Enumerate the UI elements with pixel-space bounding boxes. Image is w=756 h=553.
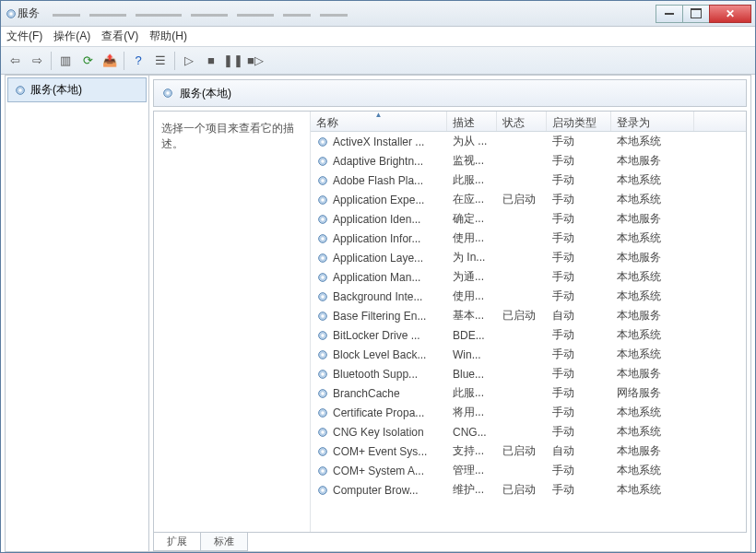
service-row[interactable]: Adaptive Brightn...监视...手动本地服务 — [311, 151, 746, 171]
titlebar[interactable]: 服务 ▬▬▬▬▬▬▬▬▬▬▬▬▬▬▬▬▬▬▬▬▬▬▬▬▬▬ — [1, 1, 755, 27]
service-row[interactable]: Computer Brow...维护...已启动手动本地系统 — [311, 480, 746, 500]
service-startup: 自动 — [547, 443, 611, 459]
stop-button[interactable]: ■ — [201, 51, 221, 71]
menu-help[interactable]: 帮助(H) — [149, 29, 187, 44]
service-row[interactable]: BitLocker Drive ...BDE...手动本地系统 — [311, 325, 746, 345]
service-row[interactable]: Block Level Back...Win...手动本地系统 — [311, 345, 746, 364]
gear-icon — [316, 329, 329, 342]
gear-icon — [316, 232, 329, 245]
service-row[interactable]: Application Man...为通...手动本地系统 — [311, 267, 746, 287]
service-row[interactable]: BranchCache此服...手动网络服务 — [311, 383, 746, 403]
pane-title: 服务(本地) — [180, 86, 231, 101]
svg-point-27 — [321, 334, 325, 337]
service-startup: 手动 — [547, 269, 611, 285]
properties-button[interactable]: ☰ — [150, 51, 171, 71]
refresh-button[interactable]: ⟳ — [77, 51, 98, 71]
service-row[interactable]: Background Inte...使用...手动本地系统 — [311, 287, 746, 306]
service-desc: Blue... — [447, 368, 497, 381]
tree-root-item[interactable]: 服务(本地) — [7, 77, 147, 102]
col-status[interactable]: 状态 — [497, 112, 547, 131]
service-startup: 手动 — [547, 288, 611, 304]
svg-point-39 — [321, 450, 325, 453]
service-logon: 本地系统 — [611, 482, 694, 498]
toolbar: ⇦ ⇨ ▥ ⟳ 📤 ? ☰ ▷ ■ ❚❚ ■▷ — [1, 47, 755, 75]
maximize-button[interactable] — [682, 5, 710, 23]
tab-standard[interactable]: 标准 — [200, 533, 248, 551]
service-desc: 支持... — [447, 443, 497, 459]
service-logon: 本地服务 — [611, 153, 694, 169]
gear-icon — [316, 290, 329, 303]
svg-point-37 — [321, 430, 325, 434]
gear-icon — [316, 484, 329, 497]
service-row[interactable]: Base Filtering En...基本...已启动自动本地服务 — [311, 306, 746, 325]
service-row[interactable]: CNG Key IsolationCNG...手动本地系统 — [311, 422, 746, 441]
gear-icon — [316, 445, 329, 458]
service-startup: 手动 — [547, 366, 611, 382]
right-pane: 服务(本地) 选择一个项目来查看它的描述。 名称 描述 状态 启动类型 登录为 … — [149, 76, 750, 551]
service-desc: 为通... — [447, 269, 497, 285]
service-row[interactable]: Bluetooth Supp...Blue...手动本地服务 — [311, 364, 746, 383]
service-row[interactable]: Adobe Flash Pla...此服...手动本地系统 — [311, 171, 746, 190]
back-button[interactable]: ⇦ — [5, 51, 25, 71]
service-row[interactable]: COM+ Event Sys...支持...已启动自动本地服务 — [311, 441, 746, 461]
svg-point-13 — [321, 198, 325, 202]
service-row[interactable]: Application Laye...为 In...手动本地服务 — [311, 248, 746, 267]
svg-point-5 — [166, 91, 170, 95]
gear-icon — [316, 406, 329, 419]
service-name: Adaptive Brightn... — [333, 155, 423, 168]
help-button[interactable]: ? — [128, 51, 148, 71]
gear-icon — [316, 387, 329, 400]
svg-point-7 — [321, 140, 325, 144]
rows-container[interactable]: ActiveX Installer ...为从 ...手动本地系统Adaptiv… — [311, 132, 746, 532]
close-button[interactable] — [709, 5, 751, 23]
restart-button[interactable]: ■▷ — [245, 51, 266, 71]
service-startup: 手动 — [547, 250, 611, 265]
minimize-button[interactable] — [656, 5, 683, 23]
service-desc: 在应... — [447, 192, 497, 207]
col-desc[interactable]: 描述 — [447, 112, 497, 131]
service-logon: 本地系统 — [611, 405, 694, 420]
service-logon: 本地服务 — [611, 211, 694, 227]
description-pane: 选择一个项目来查看它的描述。 — [154, 112, 311, 532]
svg-point-43 — [321, 488, 325, 492]
service-row[interactable]: Application Expe...在应...已启动手动本地系统 — [311, 190, 746, 209]
menu-action[interactable]: 操作(A) — [53, 29, 90, 44]
service-desc: 使用... — [447, 288, 497, 304]
service-desc: 使用... — [447, 230, 497, 246]
description-text: 选择一个项目来查看它的描述。 — [161, 121, 302, 152]
col-startup[interactable]: 启动类型 — [547, 112, 611, 131]
service-name: CNG Key Isolation — [333, 426, 424, 439]
col-name[interactable]: 名称 — [311, 112, 447, 131]
service-logon: 本地系统 — [611, 269, 694, 285]
tab-extended[interactable]: 扩展 — [153, 533, 201, 551]
service-logon: 本地系统 — [611, 424, 694, 440]
service-name: Application Laye... — [333, 252, 423, 265]
gear-icon — [316, 426, 329, 439]
service-logon: 本地系统 — [611, 463, 694, 478]
service-row[interactable]: Certificate Propa...将用...手动本地系统 — [311, 403, 746, 422]
pause-button[interactable]: ❚❚ — [223, 51, 243, 71]
service-row[interactable]: COM+ System A...管理...手动本地系统 — [311, 461, 746, 480]
service-row[interactable]: Application Iden...确定...手动本地服务 — [311, 209, 746, 229]
svg-point-15 — [321, 218, 325, 221]
service-startup: 手动 — [547, 347, 611, 362]
service-name: COM+ System A... — [333, 465, 424, 477]
service-logon: 本地服务 — [611, 366, 694, 382]
export-button[interactable]: 📤 — [100, 51, 120, 71]
service-name: Application Infor... — [333, 232, 420, 245]
forward-button[interactable]: ⇨ — [27, 51, 47, 71]
service-row[interactable]: ActiveX Installer ...为从 ...手动本地系统 — [311, 132, 746, 151]
gear-icon — [14, 84, 27, 97]
service-logon: 本地系统 — [611, 327, 694, 343]
start-button[interactable]: ▷ — [179, 51, 199, 71]
col-logon[interactable]: 登录为 — [611, 112, 694, 131]
menu-view[interactable]: 查看(V) — [101, 29, 138, 44]
svg-point-11 — [321, 179, 325, 182]
service-row[interactable]: Application Infor...使用...手动本地系统 — [311, 229, 746, 248]
service-logon: 本地系统 — [611, 347, 694, 362]
menu-file[interactable]: 文件(F) — [6, 29, 42, 44]
gear-icon — [316, 213, 329, 226]
service-desc: 此服... — [447, 385, 497, 401]
service-logon: 本地服务 — [611, 308, 694, 324]
show-hide-tree-button[interactable]: ▥ — [55, 51, 76, 71]
